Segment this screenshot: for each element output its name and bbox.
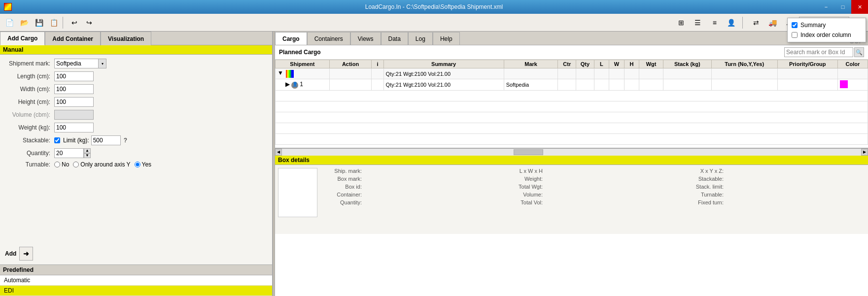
- tab-cargo[interactable]: Cargo: [275, 32, 307, 45]
- horizontal-scrollbar[interactable]: ◀ ▶: [275, 148, 868, 155]
- scroll-thumb[interactable]: [514, 149, 543, 155]
- quantity-label-box: Quantity:: [322, 199, 362, 205]
- grid-view-button[interactable]: ⊞: [674, 16, 688, 29]
- table-row-empty: [276, 91, 868, 101]
- save-button[interactable]: 💾: [32, 16, 46, 29]
- col-turn: Turn (No,Y,Yes): [711, 60, 777, 68]
- cell-i-child: [372, 79, 383, 91]
- turnable-axis-y: Only around axis Y: [73, 161, 130, 168]
- width-label: Width (cm):: [5, 86, 54, 93]
- shipment-mark-label: Shipment mark:: [5, 60, 54, 67]
- turnable-no-radio[interactable]: [54, 162, 60, 167]
- scroll-left[interactable]: ◀: [275, 149, 282, 156]
- box-fields: Ship. mark: Box mark: Box id: Container:: [322, 168, 865, 217]
- lines-view-button[interactable]: ≡: [708, 16, 722, 29]
- weight-input[interactable]: [54, 123, 94, 132]
- scroll-right[interactable]: ▶: [861, 149, 868, 156]
- turnable-no: No: [54, 161, 69, 168]
- box-details-content: Ship. mark: Box mark: Box id: Container:: [275, 165, 868, 220]
- help-icon[interactable]: ?: [124, 137, 127, 144]
- turnable-label: Turnable:: [5, 161, 54, 168]
- person-button[interactable]: 👤: [725, 16, 738, 29]
- redo-button[interactable]: ↪: [82, 16, 96, 29]
- tab-views[interactable]: Views: [350, 32, 381, 45]
- volume-input: [54, 110, 94, 120]
- search-input[interactable]: [784, 47, 853, 57]
- shuffle-button[interactable]: ⇄: [749, 16, 763, 29]
- limit-input[interactable]: [91, 135, 121, 145]
- turnable-axis-y-radio[interactable]: [73, 162, 79, 167]
- save-as-button[interactable]: 📋: [47, 16, 61, 29]
- predefined-automatic[interactable]: Automatic: [0, 275, 272, 286]
- shipment-mark-input[interactable]: [54, 59, 99, 68]
- box-preview: [278, 168, 317, 217]
- tab-add-cargo[interactable]: Add Cargo: [0, 32, 45, 45]
- tab-data[interactable]: Data: [381, 32, 408, 45]
- minimize-button[interactable]: −: [818, 0, 834, 14]
- limit-label: Limit (kg):: [63, 137, 89, 144]
- box-mark-label: Box mark:: [322, 176, 362, 182]
- turnable-yes-label: Yes: [142, 161, 152, 168]
- box-details: Box details Ship. mark: Box mark: Box i: [275, 155, 868, 234]
- shipment-mark-dropdown[interactable]: ▾: [99, 59, 106, 68]
- left-panel: Add Cargo Add Container Visualization Ma…: [0, 32, 273, 296]
- tab-visualization[interactable]: Visualization: [101, 32, 151, 45]
- search-button[interactable]: 🔍: [854, 47, 864, 57]
- show-index-item[interactable]: Index order column: [788, 30, 866, 40]
- cell-priority-child: [777, 79, 837, 91]
- quantity-up[interactable]: ▲: [84, 148, 91, 153]
- col-color: Color: [837, 60, 868, 68]
- cell-shipment: ▼: [276, 68, 330, 79]
- cell-l: [594, 68, 609, 79]
- quantity-input[interactable]: [54, 148, 84, 158]
- table-row[interactable]: ▶ 👤 1 Qty:21 Wgt:2100 Vol:21.00 Softpedi…: [276, 79, 868, 91]
- maximize-button[interactable]: □: [834, 0, 851, 14]
- predefined-edi[interactable]: EDI: [0, 286, 272, 296]
- volume-label: Volume (cbm):: [5, 111, 54, 118]
- volume-label-box: Volume:: [503, 192, 543, 197]
- new-button[interactable]: 📄: [2, 16, 16, 29]
- box-field-group-3: X x Y x Z: Stackable: Stack. limit: Turn…: [684, 168, 865, 217]
- stackable-label: Stackable:: [5, 137, 54, 144]
- col-h: H: [624, 60, 639, 68]
- summary-label: Summary: [800, 22, 826, 29]
- cargo-table-wrapper[interactable]: Shipment Action i Summary Mark Ctr Qty L…: [275, 60, 868, 148]
- window-controls: − □ ✕: [818, 0, 868, 14]
- cell-action: [329, 68, 371, 79]
- close-button[interactable]: ✕: [851, 0, 868, 14]
- scroll-track[interactable]: [282, 149, 861, 156]
- tab-add-container[interactable]: Add Container: [45, 32, 101, 45]
- summary-checkbox[interactable]: [792, 22, 798, 28]
- col-qty: Qty: [576, 60, 594, 68]
- manual-header: Manual: [0, 45, 272, 55]
- show-summary-item[interactable]: Summary: [788, 20, 866, 30]
- width-input[interactable]: [54, 84, 94, 94]
- total-wgt-label: Total Wgt:: [503, 184, 543, 190]
- table-row[interactable]: ▼ Qty:21 Wgt:2100 Vol:21.00: [276, 68, 868, 79]
- turnable-yes-radio[interactable]: [135, 162, 140, 167]
- undo-button[interactable]: ↩: [68, 16, 81, 29]
- length-input[interactable]: [54, 71, 94, 81]
- total-vol-label: Total Vol:: [503, 199, 543, 205]
- xxyz-row: X x Y x Z:: [684, 168, 865, 174]
- add-button[interactable]: Add ➜: [5, 247, 33, 261]
- cell-turn-child: [711, 79, 777, 91]
- height-input[interactable]: [54, 97, 94, 107]
- fixed-turn-label: Fixed turn:: [684, 199, 724, 205]
- tab-help[interactable]: Help: [433, 32, 460, 45]
- quantity-down[interactable]: ▼: [84, 153, 91, 158]
- xxyz-label: X x Y x Z:: [684, 168, 724, 174]
- index-checkbox[interactable]: [792, 32, 798, 38]
- expand-icon[interactable]: ▼: [278, 69, 283, 76]
- tab-containers[interactable]: Containers: [307, 32, 350, 45]
- open-button[interactable]: 📂: [17, 16, 31, 29]
- truck-button[interactable]: 🚚: [766, 16, 780, 29]
- stackable-checkbox[interactable]: [54, 137, 60, 143]
- list-view-button[interactable]: ☰: [691, 16, 705, 29]
- ship-mark-row: Ship. mark:: [322, 168, 503, 174]
- turnable-row-box: Turnable:: [684, 192, 865, 197]
- tab-log[interactable]: Log: [408, 32, 433, 45]
- cell-stack-child: [663, 79, 711, 91]
- toolbar: 📄 📂 💾 📋 ↩ ↪ ⊞ ☰ ≡ 👤 ⇄ 🚚 ⚠ Show columns ▾…: [0, 14, 868, 32]
- expand-icon-child[interactable]: ▶: [285, 81, 290, 88]
